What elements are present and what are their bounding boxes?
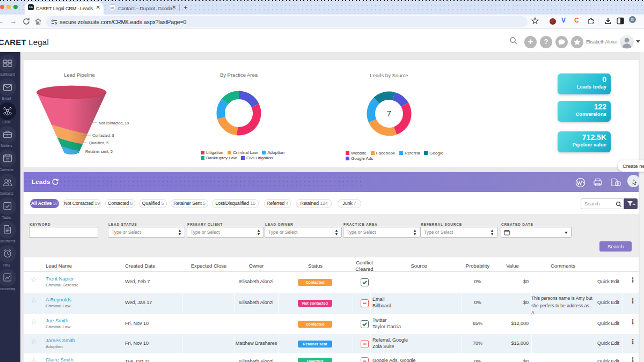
svg-text:Not contacted, 19: Not contacted, 19 <box>99 121 129 125</box>
svg-text:Contacted, 8: Contacted, 8 <box>92 133 114 138</box>
svg-text:Qualified, 5: Qualified, 5 <box>89 141 108 145</box>
svg-text:7: 7 <box>387 109 391 118</box>
svg-text:Retainer sent, 5: Retainer sent, 5 <box>85 149 113 154</box>
svg-text:28: 28 <box>6 158 9 161</box>
